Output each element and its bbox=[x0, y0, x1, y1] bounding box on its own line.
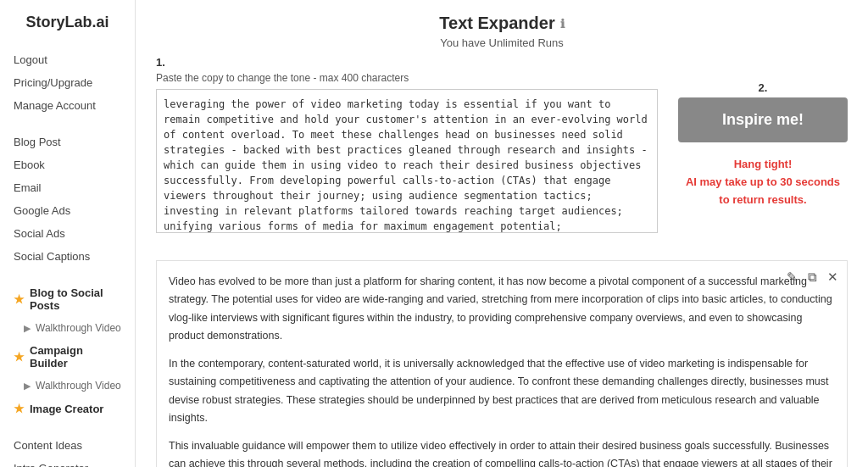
sidebar-item-content-ideas[interactable]: Content Ideas bbox=[0, 434, 135, 457]
star-icon-campaign: ★ bbox=[14, 350, 25, 364]
sidebar-item-logout[interactable]: Logout bbox=[0, 48, 135, 71]
sidebar-label-blog-social: Blog to Social Posts bbox=[30, 286, 121, 312]
sidebar-item-walkthrough-campaign[interactable]: ▶ Walkthrough Video bbox=[0, 375, 135, 397]
sidebar-tools: Blog Post Ebook Email Google Ads Social … bbox=[0, 131, 135, 268]
step-2: 2. Inspire me! Hang tight!AI may take up… bbox=[678, 56, 848, 208]
step1-number: 1. bbox=[156, 56, 658, 69]
sidebar-item-campaign-builder[interactable]: ★ Campaign Builder bbox=[0, 339, 135, 375]
page-title-text: Text Expander bbox=[439, 14, 554, 33]
hang-tight-message: Hang tight!AI may take up to 30 secondst… bbox=[686, 156, 840, 208]
step-1: 1. Paste the copy to change the tone - m… bbox=[156, 56, 658, 236]
sidebar-item-pricing[interactable]: Pricing/Upgrade bbox=[0, 71, 135, 94]
app-logo: StoryLab.ai bbox=[0, 14, 135, 48]
star-icon-image: ★ bbox=[14, 402, 25, 415]
info-icon[interactable]: ℹ bbox=[560, 17, 565, 31]
sidebar-item-social-ads[interactable]: Social Ads bbox=[0, 222, 135, 245]
sidebar-item-image-creator[interactable]: ★ Image Creator bbox=[0, 397, 135, 420]
textarea-container bbox=[156, 89, 658, 236]
output-paragraph-2: In the contemporary, content-saturated w… bbox=[169, 355, 835, 427]
star-icon-blog-social: ★ bbox=[14, 292, 25, 306]
step1-label: Paste the copy to change the tone - max … bbox=[156, 72, 658, 84]
output-toolbar: ✎ ⧉ ✕ bbox=[785, 268, 840, 286]
sidebar-top-links: Logout Pricing/Upgrade Manage Account bbox=[0, 48, 135, 117]
main-content: Text Expander ℹ You have Unlimited Runs … bbox=[136, 0, 868, 467]
sidebar-label-image-creator: Image Creator bbox=[30, 403, 103, 415]
sidebar-item-google-ads[interactable]: Google Ads bbox=[0, 199, 135, 222]
video-icon-blog: ▶ bbox=[24, 323, 31, 334]
output-paragraph-1: Video has evolved to be more than just a… bbox=[169, 273, 835, 345]
sidebar-item-ebook[interactable]: Ebook bbox=[0, 153, 135, 176]
output-area: ✎ ⧉ ✕ Video has evolved to be more than … bbox=[156, 260, 848, 467]
page-title: Text Expander ℹ bbox=[156, 14, 848, 33]
sidebar-item-intro-generator[interactable]: Intro Generator bbox=[0, 457, 135, 467]
page-subtitle: You have Unlimited Runs bbox=[156, 36, 848, 49]
paste-textarea[interactable] bbox=[156, 89, 658, 233]
sidebar-label-campaign: Campaign Builder bbox=[30, 344, 121, 370]
sidebar-item-manage-account[interactable]: Manage Account bbox=[0, 94, 135, 117]
video-icon-campaign: ▶ bbox=[24, 381, 31, 392]
sidebar-item-email[interactable]: Email bbox=[0, 176, 135, 199]
copy-output-button[interactable]: ⧉ bbox=[806, 268, 819, 286]
sidebar-label-walkthrough-blog: Walkthrough Video bbox=[36, 322, 121, 334]
sidebar-item-social-captions[interactable]: Social Captions bbox=[0, 245, 135, 268]
sidebar-label-walkthrough-campaign: Walkthrough Video bbox=[36, 380, 121, 392]
page-title-area: Text Expander ℹ You have Unlimited Runs bbox=[156, 14, 848, 49]
steps-row: 1. Paste the copy to change the tone - m… bbox=[156, 56, 848, 236]
sidebar-item-blog-to-social[interactable]: ★ Blog to Social Posts bbox=[0, 281, 135, 317]
output-paragraph-3: This invaluable guidance will empower th… bbox=[169, 437, 835, 467]
sidebar: StoryLab.ai Logout Pricing/Upgrade Manag… bbox=[0, 0, 136, 467]
close-output-button[interactable]: ✕ bbox=[826, 268, 840, 286]
edit-output-button[interactable]: ✎ bbox=[785, 268, 799, 286]
sidebar-item-blog-post[interactable]: Blog Post bbox=[0, 131, 135, 153]
inspire-button[interactable]: Inspire me! bbox=[678, 97, 848, 142]
sidebar-item-walkthrough-blog[interactable]: ▶ Walkthrough Video bbox=[0, 317, 135, 339]
step2-number: 2. bbox=[759, 81, 768, 94]
